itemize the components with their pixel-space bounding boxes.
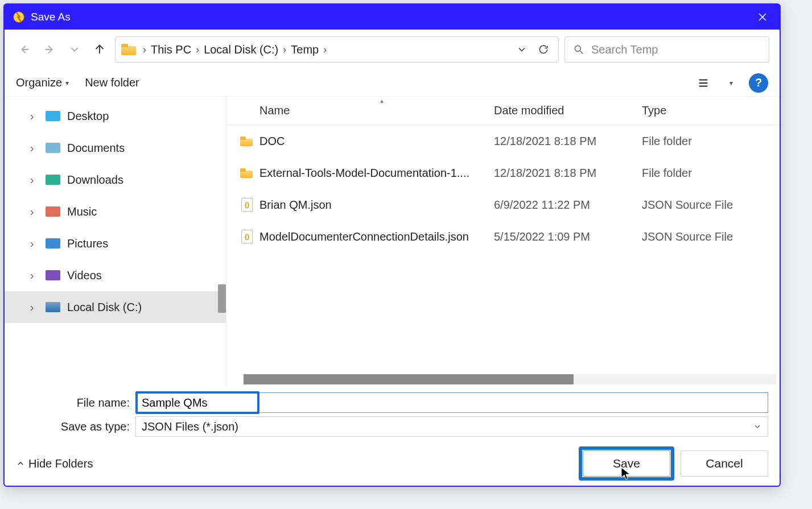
navpane-item-pictures[interactable]: › Pictures [5,227,226,259]
toolbar: Organize ▾ New folder ▾ ? [5,69,780,97]
titlebar: Save As [5,5,780,30]
dialog-footer: Hide Folders Save Cancel [5,441,780,486]
svg-point-1 [575,45,580,51]
help-icon: ? [755,76,762,89]
documents-icon [46,143,60,153]
horizontal-scrollbar[interactable] [244,374,776,384]
file-type: File folder [642,135,780,148]
chevron-up-icon [16,459,25,468]
file-row[interactable]: External-Tools-Model-Documentation-1....… [226,157,780,189]
navpane-scrollbar-thumb[interactable] [218,284,226,313]
breadcrumb-sep: › [322,44,328,56]
main-content: › Desktop › Documents › Downloads › Musi… [5,97,780,387]
nav-recent-button[interactable] [65,40,84,59]
downloads-icon [46,175,60,185]
breadcrumb: This PC › Local Disk (C:) › Temp › [151,43,509,56]
navpane-item-local-disk[interactable]: › Local Disk (C:) [5,291,226,323]
column-header-name[interactable]: Name [226,104,494,117]
app-icon [13,11,25,23]
filename-input[interactable] [135,392,768,413]
filename-label: File name: [16,396,135,409]
caret-down-icon: ▾ [65,79,69,87]
file-name: DOC [259,135,494,148]
save-as-dialog: Save As › This PC › Local Disk (C:) › T [3,3,781,487]
file-type: JSON Source File [642,198,780,212]
breadcrumb-item[interactable]: Local Disk (C:) [204,43,278,56]
view-button[interactable] [693,73,714,93]
chevron-down-icon [68,43,81,56]
file-pane: ▴ Name Date modified Type DOC 12/18/2021… [226,97,780,387]
file-name: ModelDocumenterConnectionDetails.json [259,230,494,243]
navpane-item-label: Documents [67,142,125,155]
caret-down-icon: ▾ [729,79,733,87]
pictures-icon [46,238,60,249]
column-header-type[interactable]: Type [642,104,780,117]
chevron-right-icon: › [27,271,36,280]
address-dropdown-button[interactable] [513,40,531,59]
navpane-item-music[interactable]: › Music [5,196,226,227]
organize-button[interactable]: Organize ▾ [16,76,69,89]
folder-icon [240,168,253,178]
navpane-item-label: Pictures [67,237,108,250]
navpane-item-label: Local Disk (C:) [67,301,142,314]
navpane-item-label: Music [67,205,97,218]
file-row[interactable]: {} ModelDocumenterConnectionDetails.json… [226,221,780,253]
navpane-item-label: Desktop [67,110,109,123]
breadcrumb-sep: › [282,44,287,56]
navpane-item-downloads[interactable]: › Downloads [5,164,226,196]
chevron-right-icon: › [27,239,36,248]
file-row[interactable]: {} Brian QM.json 6/9/2022 11:22 PM JSON … [226,189,780,221]
search-input[interactable]: Search Temp [564,36,769,63]
horizontal-scrollbar-thumb[interactable] [244,374,574,384]
filetype-select[interactable]: JSON Files (*.json) [135,416,768,437]
hide-folders-button[interactable]: Hide Folders [16,457,93,470]
save-fields: File name: Save as type: JSON Files (*.j… [5,387,780,441]
chevron-right-icon: › [27,303,36,312]
filetype-value: JSON Files (*.json) [142,420,238,433]
search-icon [573,44,584,55]
nav-back-button[interactable] [15,40,34,59]
navpane-item-documents[interactable]: › Documents [5,132,226,164]
navpane-item-videos[interactable]: › Videos [5,259,226,291]
file-date: 12/18/2021 8:18 PM [494,135,642,148]
file-type: File folder [642,167,780,180]
navpane-item-label: Videos [67,269,102,282]
file-date: 6/9/2022 11:22 PM [494,198,642,212]
chevron-right-icon: › [27,207,36,216]
save-button[interactable]: Save [583,450,670,477]
disk-icon [46,302,60,312]
file-type: JSON Source File [642,230,780,243]
search-placeholder: Search Temp [591,43,658,56]
close-button[interactable] [750,5,775,30]
file-list: DOC 12/18/2021 8:18 PM File folder Exter… [226,125,780,387]
address-row: › This PC › Local Disk (C:) › Temp › Sea… [5,30,780,69]
json-file-icon: {} [241,230,253,243]
folder-icon [121,44,136,55]
breadcrumb-item[interactable]: This PC [151,43,191,56]
new-folder-button[interactable]: New folder [85,76,139,89]
desktop-icon [46,111,60,121]
breadcrumb-item[interactable]: Temp [291,43,319,56]
navpane-item-label: Downloads [67,173,123,187]
arrow-left-icon [18,43,31,56]
nav-forward-button[interactable] [40,40,59,59]
chevron-right-icon: › [27,111,36,121]
refresh-button[interactable] [534,40,553,59]
filetype-label: Save as type: [16,420,135,433]
arrow-right-icon [43,43,56,56]
navpane-item-desktop[interactable]: › Desktop [5,100,226,132]
nav-up-button[interactable] [90,40,109,59]
cancel-button[interactable]: Cancel [681,450,768,477]
list-view-icon [697,77,710,89]
file-date: 12/18/2021 8:18 PM [494,167,642,180]
address-bar[interactable]: › This PC › Local Disk (C:) › Temp › [115,36,559,63]
chevron-right-icon: › [27,143,36,152]
music-icon [46,206,60,217]
column-header-date[interactable]: Date modified [494,104,642,117]
help-button[interactable]: ? [749,73,768,93]
chevron-down-icon [753,422,762,431]
file-date: 5/15/2022 1:09 PM [494,230,642,243]
file-row[interactable]: DOC 12/18/2021 8:18 PM File folder [226,125,780,157]
breadcrumb-sep: › [142,44,147,56]
navigation-pane: › Desktop › Documents › Downloads › Musi… [5,97,226,387]
